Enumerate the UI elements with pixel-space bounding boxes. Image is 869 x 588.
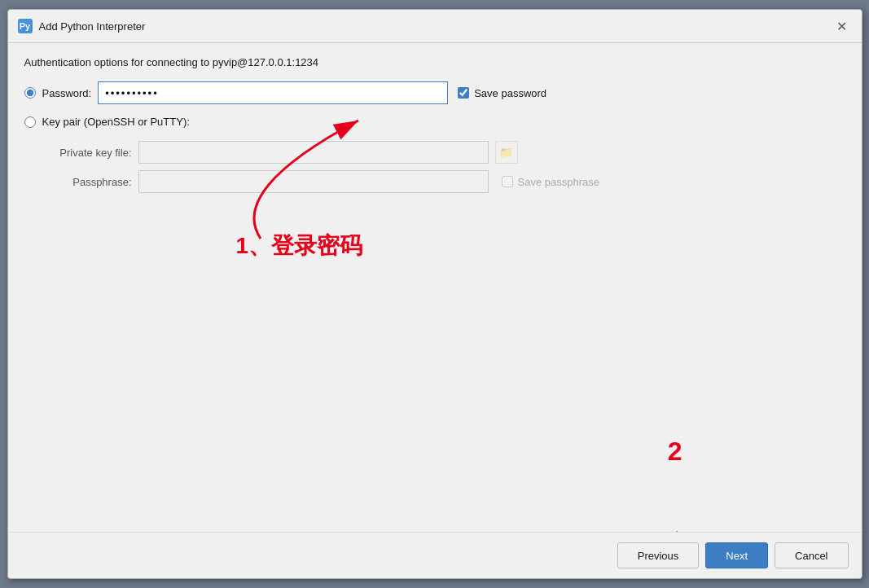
keypair-radio[interactable]: [24, 116, 36, 128]
title-bar: Py Add Python Interpreter ✕: [8, 10, 862, 43]
password-option-row: Password: Save password: [24, 81, 845, 104]
app-icon: Py: [18, 19, 33, 33]
password-radio[interactable]: [24, 87, 36, 99]
dialog: Py Add Python Interpreter ✕ Authenticati…: [7, 9, 862, 579]
folder-icon: 📁: [499, 146, 513, 159]
password-label[interactable]: Password:: [42, 87, 92, 99]
password-input-wrapper: Save password: [98, 81, 845, 104]
save-password-checkbox[interactable]: [458, 87, 469, 99]
keypair-option-row: Key pair (OpenSSH or PuTTY):: [24, 116, 845, 128]
save-password-wrapper: Save password: [458, 87, 546, 99]
close-icon: ✕: [836, 19, 847, 34]
save-password-label[interactable]: Save password: [474, 87, 546, 99]
private-key-label: Private key file:: [42, 147, 132, 159]
passphrase-input: [138, 170, 489, 193]
passphrase-label: Passphrase:: [42, 176, 132, 188]
save-passphrase-label: Save passphrase: [518, 176, 599, 188]
auth-description: Authentication options for connecting to…: [24, 56, 845, 68]
password-input[interactable]: [98, 81, 448, 104]
content-area: Authentication options for connecting to…: [8, 43, 862, 532]
annotation-1: 1、登录密码: [236, 230, 363, 261]
password-radio-row: Password:: [24, 87, 92, 99]
bottom-bar: Previous Next Cancel: [8, 532, 862, 578]
passphrase-row: Passphrase: Save passphrase: [42, 170, 845, 193]
save-passphrase-checkbox: [502, 176, 513, 187]
private-key-row: Private key file: 📁: [42, 141, 845, 164]
keypair-label[interactable]: Key pair (OpenSSH or PuTTY):: [42, 116, 190, 128]
keypair-fields: Private key file: 📁 Passphrase: Save pas…: [42, 141, 845, 193]
browse-button: 📁: [495, 141, 518, 164]
save-passphrase-wrapper: Save passphrase: [502, 176, 599, 188]
dialog-title: Add Python Interpreter: [39, 20, 146, 33]
previous-button[interactable]: Previous: [617, 542, 700, 568]
private-key-input: [138, 141, 489, 164]
next-button[interactable]: Next: [705, 542, 768, 568]
cancel-button[interactable]: Cancel: [775, 542, 848, 568]
close-button[interactable]: ✕: [832, 16, 852, 36]
annotation-2: 2: [668, 437, 682, 467]
form-section: Password: Save password Key pair (OpenSS…: [24, 81, 845, 193]
